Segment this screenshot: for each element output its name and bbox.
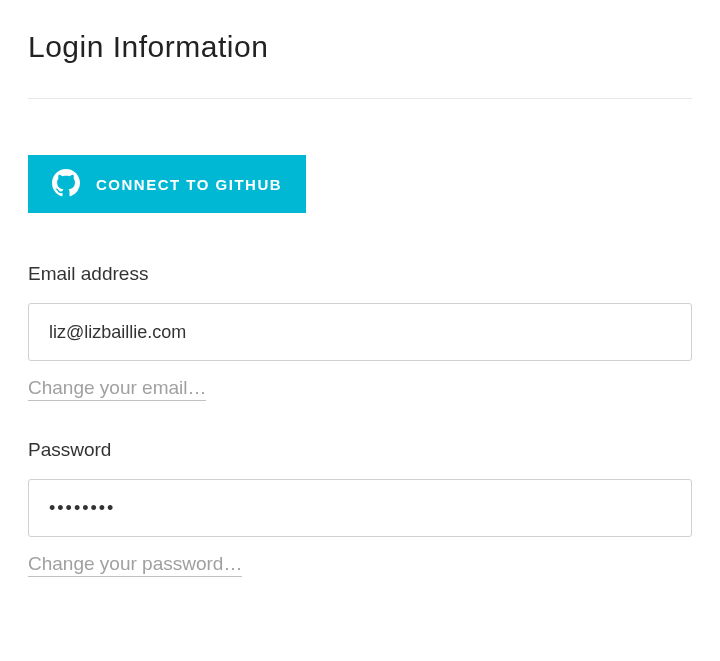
connect-github-button[interactable]: CONNECT TO GITHUB (28, 155, 306, 213)
github-icon (52, 169, 96, 200)
email-input[interactable] (28, 303, 692, 361)
email-field-group: Email address Change your email… (28, 263, 692, 401)
email-label: Email address (28, 263, 692, 285)
change-password-link[interactable]: Change your password… (28, 553, 242, 577)
password-field-group: Password Change your password… (28, 439, 692, 577)
section-divider (28, 98, 692, 99)
connect-github-label: CONNECT TO GITHUB (96, 176, 282, 193)
change-email-link[interactable]: Change your email… (28, 377, 206, 401)
password-label: Password (28, 439, 692, 461)
password-input[interactable] (28, 479, 692, 537)
page-title: Login Information (28, 30, 692, 64)
